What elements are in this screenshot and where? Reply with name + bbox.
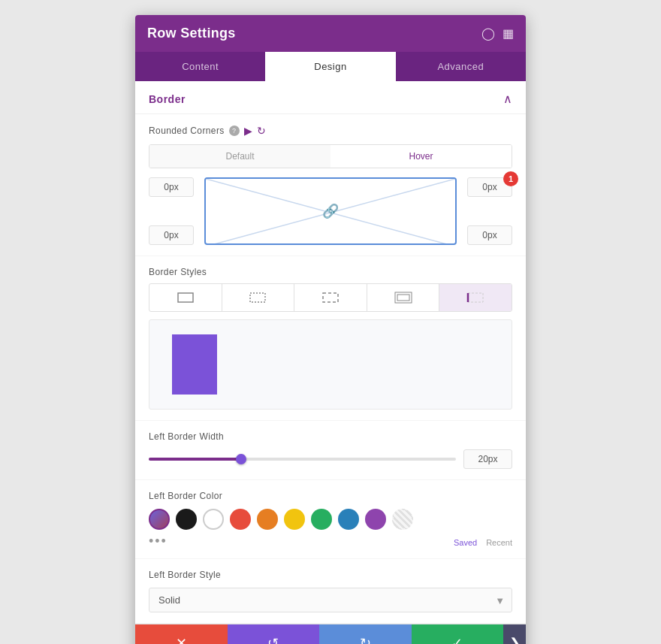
svg-rect-2 <box>178 293 193 302</box>
more-button[interactable]: ❯ <box>503 624 526 644</box>
play-icon[interactable]: ▶ <box>244 125 252 137</box>
tab-bar: Content Design Advanced <box>135 52 526 81</box>
color-row <box>149 509 512 530</box>
help-icon[interactable]: ? <box>229 125 240 136</box>
dotted-border-icon <box>249 292 267 304</box>
undo-button[interactable]: ↺ <box>228 624 320 644</box>
reset-icon[interactable]: ↻ <box>257 125 266 137</box>
footer-bar: ✕ ↺ ↻ ✓ ❯ <box>135 624 526 644</box>
color-swatch-yellow[interactable] <box>284 509 305 530</box>
cancel-button[interactable]: ✕ <box>135 624 228 644</box>
color-swatch-striped[interactable] <box>392 509 413 530</box>
border-section-title: Border <box>149 93 186 105</box>
rounded-corners-label: Rounded Corners ? ▶ ↻ <box>149 125 512 137</box>
columns-icon[interactable]: ▦ <box>503 26 514 41</box>
border-style-dotted[interactable] <box>222 284 295 311</box>
dashed-border-icon <box>321 292 340 304</box>
slider-row <box>149 449 512 469</box>
panel-header: Row Settings ◯ ▦ <box>135 15 526 52</box>
corner-grid: 1 🔗 <box>149 177 512 245</box>
color-tabs: Saved Recent <box>454 538 512 547</box>
slider-value-input[interactable] <box>463 449 512 469</box>
tab-advanced[interactable]: Advanced <box>396 52 526 81</box>
border-style-dashed[interactable] <box>294 284 367 311</box>
border-style-select[interactable]: Solid Dashed Dotted Double <box>149 588 512 612</box>
color-swatch-orange[interactable] <box>257 509 278 530</box>
corner-top-right: 1 <box>467 177 512 197</box>
border-section-toggle[interactable]: ∧ <box>503 92 512 106</box>
border-styles-group: Border Styles <box>135 256 526 421</box>
color-tab-recent[interactable]: Recent <box>486 538 512 547</box>
left-border-icon <box>466 292 484 304</box>
corner-tl-input[interactable] <box>149 177 194 197</box>
border-preview-box <box>149 319 512 410</box>
corner-top-left <box>149 177 194 197</box>
left-border-style-label: Left Border Style <box>149 570 512 580</box>
slider-track[interactable] <box>149 458 456 461</box>
svg-rect-3 <box>250 293 265 302</box>
header-icons: ◯ ▦ <box>481 26 514 41</box>
color-swatch-purple[interactable] <box>365 509 386 530</box>
tab-design[interactable]: Design <box>265 52 395 81</box>
border-preview-bar <box>172 334 217 395</box>
left-border-color-label: Left Border Color <box>149 491 512 501</box>
border-style-none[interactable] <box>149 284 222 311</box>
hover-tab-default[interactable]: Default <box>149 145 330 168</box>
link-icon: 🔗 <box>322 203 339 219</box>
panel-body: Border ∧ Rounded Corners ? ▶ ↻ Default H… <box>135 81 526 624</box>
hover-tab-bar: Default Hover <box>149 144 512 168</box>
border-styles-label: Border Styles <box>149 267 512 277</box>
double-border-icon <box>394 292 412 304</box>
border-style-double[interactable] <box>367 284 440 311</box>
redo-button[interactable]: ↻ <box>319 624 412 644</box>
hover-tab-hover[interactable]: Hover <box>330 145 512 168</box>
color-swatch-red[interactable] <box>230 509 251 530</box>
border-style-options <box>149 283 512 312</box>
color-swatch-blue[interactable] <box>338 509 359 530</box>
none-border-icon <box>177 292 195 304</box>
tab-content[interactable]: Content <box>135 52 265 81</box>
border-style-select-wrapper: Solid Dashed Dotted Double ▼ <box>149 588 512 612</box>
svg-rect-7 <box>468 293 483 302</box>
slider-fill <box>149 458 241 461</box>
corner-preview: 🔗 <box>204 177 457 245</box>
row-settings-panel: Row Settings ◯ ▦ Content Design Advanced… <box>135 15 526 644</box>
corner-bl-input[interactable] <box>149 225 194 245</box>
color-swatch-white[interactable] <box>203 509 224 530</box>
left-border-color-group: Left Border Color ••• Saved Recent <box>135 480 526 559</box>
svg-rect-4 <box>323 293 338 302</box>
color-tab-saved[interactable]: Saved <box>454 538 477 547</box>
panel-title: Row Settings <box>147 26 236 41</box>
color-swatch-green[interactable] <box>311 509 332 530</box>
corner-bottom-right <box>467 225 512 245</box>
corner-bottom-left <box>149 225 194 245</box>
border-style-left[interactable] <box>439 284 512 311</box>
color-swatch-black[interactable] <box>176 509 197 530</box>
color-swatch-custom[interactable] <box>149 509 170 530</box>
color-bottom-row: ••• Saved Recent <box>149 534 512 548</box>
left-border-style-group: Left Border Style Solid Dashed Dotted Do… <box>135 559 526 624</box>
more-colors-icon[interactable]: ••• <box>149 534 168 548</box>
left-border-width-group: Left Border Width <box>135 421 526 480</box>
svg-rect-6 <box>397 295 409 301</box>
preview-icon[interactable]: ◯ <box>481 26 495 41</box>
corner-br-input[interactable] <box>467 225 512 245</box>
rounded-corners-group: Rounded Corners ? ▶ ↻ Default Hover 1 <box>135 114 526 256</box>
badge-red: 1 <box>503 171 518 186</box>
border-section-header: Border ∧ <box>135 81 526 114</box>
confirm-button[interactable]: ✓ <box>412 624 504 644</box>
left-border-width-label: Left Border Width <box>149 431 512 442</box>
slider-thumb[interactable] <box>236 454 246 464</box>
